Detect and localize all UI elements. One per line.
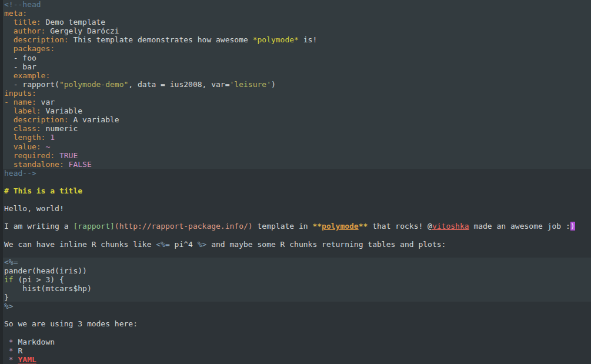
code-line[interactable]: - name: var <box>3 98 591 106</box>
code-line[interactable]: <%= <box>3 258 591 266</box>
token-plain: numeric <box>41 124 78 133</box>
code-line[interactable]: We can have inline R chunks like <%= pi^… <box>3 240 591 249</box>
code-line[interactable]: standalone: FALSE <box>3 160 591 169</box>
token-delim_r: <%= <box>156 240 169 249</box>
code-line[interactable]: class: numeric <box>3 124 591 133</box>
code-line[interactable]: * R <box>3 346 591 355</box>
code-line[interactable]: inputs: <box>3 89 591 98</box>
token-plain <box>4 115 14 124</box>
token-key: inputs: <box>4 89 36 98</box>
code-line[interactable]: value: ~ <box>3 142 591 151</box>
code-line[interactable] <box>3 213 591 222</box>
token-plain <box>4 142 14 151</box>
token-em: *polymode* <box>253 35 299 44</box>
code-line[interactable]: So we are using 3 modes here: <box>3 319 591 328</box>
code-line[interactable]: description: A variable <box>3 115 591 124</box>
code-line[interactable]: meta: <box>3 9 591 18</box>
code-line[interactable]: pander(head(iris)) <box>3 266 591 275</box>
token-bullet: * <box>9 346 14 355</box>
token-plain: Variable <box>41 106 82 115</box>
code-line[interactable]: I am writing a [rapport](http://rapport-… <box>3 222 591 231</box>
code-line[interactable]: packages: <box>3 44 591 53</box>
token-plain: I am writing a <box>4 222 73 231</box>
token-plain: - rapport( <box>4 80 59 89</box>
code-line[interactable]: - foo <box>3 54 591 62</box>
token-delim_r: <%= <box>4 258 18 266</box>
token-red: YAML <box>18 355 36 364</box>
token-key: class: <box>14 124 41 133</box>
code-line[interactable] <box>3 178 591 186</box>
token-plain <box>4 346 9 355</box>
code-line[interactable] <box>3 195 591 204</box>
code-line[interactable] <box>3 310 591 319</box>
token-plain: (pi > 3) { <box>14 275 64 284</box>
token-plain <box>4 26 14 35</box>
token-key: packages: <box>14 44 55 53</box>
code-line[interactable]: author: Gergely Daróczi <box>3 26 591 35</box>
token-stars: ** <box>359 222 368 231</box>
token-key: - name: <box>4 98 36 106</box>
code-line[interactable]: - rapport("polymode-demo", data = ius200… <box>3 80 591 89</box>
code-line[interactable]: title: Demo template <box>3 18 591 26</box>
code-line[interactable]: <!--head <box>3 0 591 9</box>
token-plain: - foo <box>4 54 36 62</box>
token-plain <box>4 124 14 133</box>
token-delim_yaml: head--> <box>4 169 36 178</box>
code-line[interactable] <box>3 231 591 239</box>
token-key: title: <box>14 18 41 26</box>
code-line[interactable] <box>3 249 591 258</box>
token-key: label: <box>14 106 41 115</box>
code-line[interactable]: # This is a title <box>3 186 591 195</box>
code-line[interactable]: required: TRUE <box>3 151 591 160</box>
token-plain: , data = ius2008, var= <box>128 80 229 89</box>
token-link: [rapport] <box>73 222 114 231</box>
token-plain: Demo template <box>41 18 106 26</box>
token-plain: hist(mtcars$hp) <box>4 284 92 293</box>
token-delim_r: %> <box>4 302 14 310</box>
token-title: # This is a title <box>4 186 82 195</box>
code-line[interactable]: * Markdown <box>3 338 591 346</box>
code-line[interactable]: example: <box>3 71 591 80</box>
token-plain: - bar <box>4 62 36 71</box>
token-plain: This template demonstrates how awesome <box>69 35 253 44</box>
code-line[interactable]: Hello, world! <box>3 204 591 213</box>
token-plain: A variable <box>69 115 119 124</box>
code-line[interactable]: description: This template demonstrates … <box>3 35 591 44</box>
token-plain <box>4 18 14 26</box>
token-stars: ** <box>312 222 322 231</box>
token-delim_r: %> <box>198 240 207 249</box>
text-buffer[interactable]: <!--headmeta: title: Demo template autho… <box>3 0 591 364</box>
editor-buffer[interactable]: <!--headmeta: title: Demo template autho… <box>0 0 591 364</box>
code-line[interactable] <box>3 328 591 337</box>
token-bullet: * <box>9 338 14 346</box>
token-plain: } <box>4 293 9 302</box>
code-line[interactable]: hist(mtcars$hp) <box>3 284 591 293</box>
code-line[interactable]: if (pi > 3) { <box>3 275 591 284</box>
token-plain: made an awesome job : <box>469 222 570 231</box>
code-line[interactable]: * YAML <box>3 355 591 364</box>
code-line[interactable]: %> <box>3 302 591 310</box>
token-bullet: * <box>9 355 14 364</box>
token-plain <box>4 106 14 115</box>
token-key: required: <box>14 151 55 160</box>
code-line[interactable]: head--> <box>3 169 591 178</box>
token-plain: is! <box>299 35 317 44</box>
token-key: value: <box>14 142 41 151</box>
token-key: example: <box>14 71 51 80</box>
token-plain: var <box>36 98 55 106</box>
token-plain: and maybe some R chunks returning tables… <box>206 240 446 249</box>
token-plain: template in <box>253 222 313 231</box>
code-line[interactable]: - bar <box>3 62 591 71</box>
token-plain: Markdown <box>14 338 55 346</box>
code-line[interactable]: length: 1 <box>3 133 591 142</box>
token-mention: vitoshka <box>432 222 469 231</box>
code-line[interactable]: label: Variable <box>3 106 591 115</box>
token-string: "polymode-demo" <box>59 80 128 89</box>
token-bold_word: polymode <box>322 222 359 231</box>
token-key: length: <box>14 133 46 142</box>
token-plain: pi^4 <box>170 240 198 249</box>
token-plain: ) <box>271 80 276 89</box>
token-keyword: if <box>4 275 14 284</box>
code-line[interactable]: } <box>3 293 591 302</box>
token-plain: that rocks! @ <box>368 222 432 231</box>
